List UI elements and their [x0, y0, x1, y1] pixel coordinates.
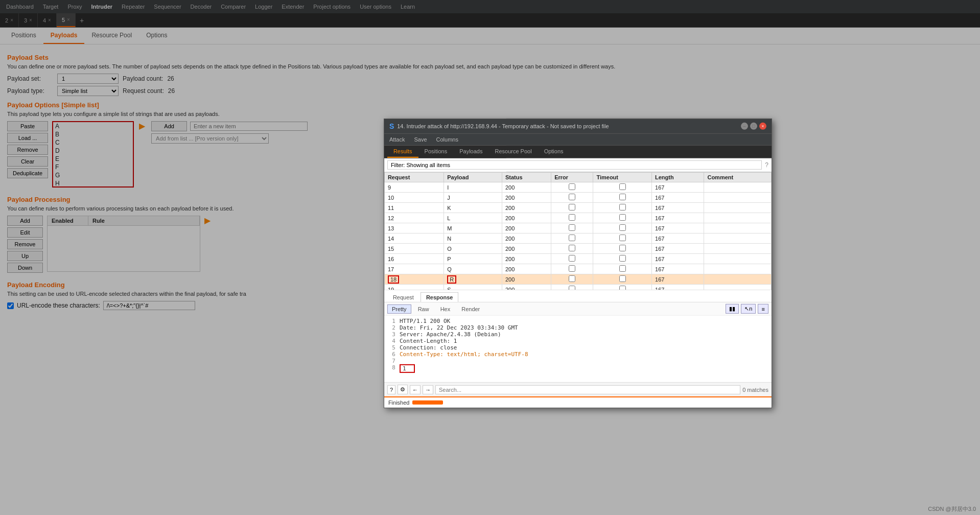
search-matches: 0 matches — [742, 386, 768, 392]
format-button[interactable]: ▮▮ — [726, 304, 739, 314]
status-text: Finished — [388, 400, 410, 406]
code-line: 5Connection: close — [388, 344, 767, 351]
error-checkbox[interactable] — [569, 204, 575, 210]
results-table: Request Payload Status Error Timeout Len… — [384, 172, 772, 290]
more-button[interactable]: ≡ — [758, 304, 768, 314]
view-tabs: Pretty Raw Hex Render ▮▮ ↖n ≡ — [384, 302, 772, 316]
table-row[interactable]: 10J200167 — [384, 192, 771, 202]
modal-title-left: S 14. Intruder attack of http://192.168.… — [389, 122, 609, 130]
search-next-button[interactable]: → — [423, 385, 433, 394]
timeout-checkbox[interactable] — [619, 194, 626, 200]
status-bar: Finished — [384, 396, 772, 408]
error-checkbox[interactable] — [569, 194, 575, 200]
modal-tab-results[interactable]: Results — [387, 146, 418, 158]
view-tab-pretty[interactable]: Pretty — [387, 304, 411, 313]
table-row[interactable]: 12L200167 — [384, 213, 771, 223]
timeout-checkbox[interactable] — [619, 214, 626, 221]
error-checkbox[interactable] — [569, 224, 575, 231]
modal-menu-columns[interactable]: Columns — [434, 135, 460, 144]
col-request[interactable]: Request — [384, 172, 444, 182]
status-progress-bar — [412, 401, 443, 405]
resp-tab[interactable]: Response — [421, 292, 459, 302]
error-checkbox[interactable] — [569, 183, 575, 190]
timeout-checkbox[interactable] — [619, 183, 626, 190]
error-checkbox[interactable] — [569, 286, 575, 290]
view-actions: ▮▮ ↖n ≡ — [726, 304, 768, 314]
search-help-button[interactable]: ? — [387, 385, 395, 394]
col-comment[interactable]: Comment — [704, 172, 771, 182]
error-checkbox[interactable] — [569, 214, 575, 221]
view-tab-raw[interactable]: Raw — [413, 304, 434, 313]
view-tab-render[interactable]: Render — [457, 304, 484, 313]
code-area: 1HTTP/1.1 200 OK2Date: Fri, 22 Dec 2023 … — [384, 316, 772, 382]
col-payload[interactable]: Payload — [444, 172, 502, 182]
modal-controls: – □ × — [741, 123, 766, 130]
search-settings-button[interactable]: ⚙ — [398, 385, 408, 394]
modal-tab-options[interactable]: Options — [538, 146, 570, 158]
error-checkbox[interactable] — [569, 235, 575, 241]
col-error[interactable]: Error — [551, 172, 593, 182]
timeout-checkbox[interactable] — [619, 265, 626, 272]
modal-menubar: Attack Save Columns — [384, 134, 772, 146]
search-prev-button[interactable]: ← — [410, 385, 421, 394]
modal-window: S 14. Intruder attack of http://192.168.… — [384, 119, 772, 408]
highlighted-content: 1 — [400, 364, 415, 373]
modal-titlebar: S 14. Intruder attack of http://192.168.… — [384, 119, 772, 134]
table-row[interactable]: 18R200167 — [384, 274, 771, 284]
modal-tab-payloads[interactable]: Payloads — [453, 146, 488, 158]
filter-bar: ? — [384, 158, 772, 172]
code-line: 3Server: Apache/2.4.38 (Debian) — [388, 331, 767, 338]
code-line: 6Content-Type: text/html; charset=UTF-8 — [388, 351, 767, 358]
code-line: 4Content-Length: 1 — [388, 338, 767, 344]
error-checkbox[interactable] — [569, 265, 575, 272]
search-bar: ? ⚙ ← → 0 matches — [384, 382, 772, 396]
table-row[interactable]: 16P200167 — [384, 253, 771, 264]
code-line: 81 — [388, 364, 767, 373]
modal-tab-resource-pool[interactable]: Resource Pool — [488, 146, 538, 158]
timeout-checkbox[interactable] — [619, 204, 626, 210]
view-tab-hex[interactable]: Hex — [436, 304, 455, 313]
modal-maximize-button[interactable]: □ — [750, 123, 757, 130]
modal-tab-positions[interactable]: Positions — [418, 146, 454, 158]
timeout-checkbox[interactable] — [619, 275, 626, 282]
modal-menu-attack[interactable]: Attack — [387, 135, 407, 144]
table-row[interactable]: 9I200167 — [384, 182, 771, 192]
col-timeout[interactable]: Timeout — [593, 172, 652, 182]
code-line: 2Date: Fri, 22 Dec 2023 03:34:30 GMT — [388, 324, 767, 331]
req-tab[interactable]: Request — [387, 292, 419, 302]
wrap-button[interactable]: ↖n — [741, 304, 756, 314]
search-input[interactable] — [435, 385, 740, 394]
modal-logo: S — [389, 122, 394, 130]
col-length[interactable]: Length — [652, 172, 704, 182]
code-line: 7 — [388, 358, 767, 364]
req-resp-tabs: Request Response — [384, 290, 772, 302]
filter-help-icon[interactable]: ? — [765, 161, 768, 169]
timeout-checkbox[interactable] — [619, 224, 626, 231]
table-row[interactable]: 13M200167 — [384, 223, 771, 233]
table-row[interactable]: 15O200167 — [384, 243, 771, 253]
error-checkbox[interactable] — [569, 245, 575, 251]
error-checkbox[interactable] — [569, 275, 575, 282]
code-line: 1HTTP/1.1 200 OK — [388, 318, 767, 324]
timeout-checkbox[interactable] — [619, 235, 626, 241]
table-row[interactable]: 11K200167 — [384, 202, 771, 213]
col-status[interactable]: Status — [502, 172, 551, 182]
filter-input[interactable] — [387, 160, 762, 170]
req-resp-panel: Request Response Pretty Raw Hex Render ▮… — [384, 290, 772, 396]
table-row[interactable]: 19S200167 — [384, 284, 771, 290]
modal-sub-tabs: Results Positions Payloads Resource Pool… — [384, 146, 772, 158]
modal-close-button[interactable]: × — [759, 123, 766, 130]
results-scroll[interactable]: Request Payload Status Error Timeout Len… — [384, 172, 772, 290]
timeout-checkbox[interactable] — [619, 245, 626, 251]
modal-title-text: 14. Intruder attack of http://192.168.9.… — [397, 123, 609, 129]
timeout-checkbox[interactable] — [619, 255, 626, 262]
table-row[interactable]: 17Q200167 — [384, 264, 771, 274]
modal-menu-save[interactable]: Save — [412, 135, 429, 144]
timeout-checkbox[interactable] — [619, 286, 626, 290]
error-checkbox[interactable] — [569, 255, 575, 262]
modal-minimize-button[interactable]: – — [741, 123, 748, 130]
table-row[interactable]: 14N200167 — [384, 233, 771, 243]
